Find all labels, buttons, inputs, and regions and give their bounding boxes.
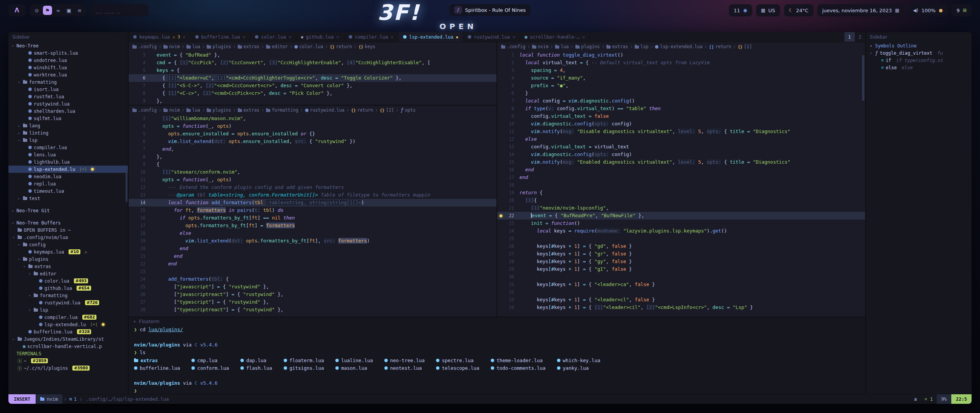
tree-item-editor[interactable]: ▾editor (8, 270, 128, 277)
code-line-2[interactable]: 2 local virtual_text = { -- Default virt… (497, 59, 865, 67)
tab-color-lua[interactable]: color.lua× (250, 32, 296, 42)
code-line-16[interactable]: 16 if opts.formatters_by_ft[ft] == nil t… (129, 214, 497, 222)
tree-item-isort-lua[interactable]: isort.lua (8, 86, 128, 93)
breadcrumb-item-return[interactable]: {}return (330, 44, 352, 49)
code-line-8[interactable]: 8 { [1]"<C-c>", [2]"<cmd>CccPick<cr>", d… (129, 89, 497, 97)
grid-icon[interactable]: ▣ (64, 6, 74, 15)
tab-lsp-extended-lua[interactable]: lsp-extended.lua● (399, 32, 463, 42)
breadcrumb-item-2[interactable]: {}[2] (380, 107, 394, 113)
floaterm-titlebar[interactable]: ▾ Floaterm (129, 317, 865, 326)
code-line-4[interactable]: 4 source = "if_many", (497, 74, 865, 82)
breadcrumb-item-lsp-extended-lua[interactable]: lsp-extended.lua (655, 44, 702, 49)
code-line-14[interactable]: 14 vim.diagnostic.config(opts: config) (497, 151, 865, 158)
tree-item-formatting[interactable]: ▾formatting (8, 78, 128, 86)
breadcrumb-item-rustywind-lua[interactable]: rustywind.lua (305, 107, 345, 113)
code-line-9[interactable]: 9 { (129, 161, 497, 168)
breadcrumb-item-lua[interactable]: lua (186, 44, 200, 49)
tab-keymaps-lua[interactable]: keymaps.lua⚠ 3× (129, 32, 191, 42)
code-line-9[interactable]: 9 config.virtual_text = false (497, 112, 865, 120)
breadcrumb-item-nvim[interactable]: nvim (163, 44, 180, 49)
tree-item-worktree-lua[interactable]: worktree.lua (8, 71, 128, 78)
code-line-7[interactable]: 7 { [1]"<S-C->", [2]"<cmd>CccConvert<cr>… (129, 82, 497, 89)
code-line-34[interactable]: 34 keys[#keys + 1] = { [1]"<leader>cil",… (497, 304, 865, 311)
code-line-19[interactable]: 19return { (497, 189, 865, 197)
code-line-6[interactable]: 6 vim.list_extend(dst: opts.ensure_insta… (129, 138, 497, 145)
code-line-28[interactable]: 28 keys[#keys + 1] = { "gy", false } (497, 258, 865, 265)
breadcrumb-item-return[interactable]: []return (709, 44, 731, 49)
date-pill[interactable]: jueves, noviembre 16, 2023 ▦ (817, 4, 904, 16)
weather-pill[interactable]: ☾ 24°C (784, 4, 813, 16)
code-line-4[interactable]: 4 cmd = { [1]"CccPick", [2]"CccConvert",… (129, 59, 497, 67)
code-line-13[interactable]: 13 config.virtual_text = virtual_text (497, 143, 865, 151)
breadcrumb-item-editor[interactable]: editor (266, 44, 288, 49)
tree-item-rustywind-lua[interactable]: rustywind.lua#726 (8, 299, 128, 306)
close-icon[interactable]: × (243, 34, 245, 40)
code-line-21[interactable]: 21 [1]"neovim/nvim-lspconfig", (497, 204, 865, 212)
statusline-cwd[interactable]: nvim (36, 394, 62, 404)
tab-bufferline-lua[interactable]: bufferline.lua× (191, 32, 250, 42)
breadcrumb-item-plugins[interactable]: plugins (207, 107, 231, 113)
link-icon[interactable]: ∞ (54, 6, 63, 15)
tree-item-github-lua[interactable]: github.lua#654 (8, 285, 128, 292)
code-line-5[interactable]: 5 prefix = "●", (497, 82, 865, 89)
breadcrumb-item-plugins[interactable]: plugins (207, 44, 231, 49)
tree-item-neodim-lua[interactable]: neodim.lua (8, 173, 128, 180)
code-line-8[interactable]: 8 if type(v: config.virtual_text) == "ta… (497, 105, 865, 112)
code-line-11[interactable]: 11 opts = function(_, opts) (129, 176, 497, 184)
tree-item-shellharden-lua[interactable]: shellharden.lua (8, 107, 128, 115)
breadcrumb-item-opts[interactable]: ƒopts (400, 107, 415, 113)
tree-item-linting[interactable]: ▸linting (8, 129, 128, 137)
code-line-14[interactable]: 14 local function add_formatters(tbl :ta… (129, 199, 497, 206)
tree-item-smart-splits-lua[interactable]: smart-splits.lua (8, 49, 128, 57)
breadcrumb-item-lsp[interactable]: lsp (635, 44, 648, 49)
tree-item-c-n-l-plugins[interactable]: ❯~/.c/n/l/plugins#3980 (8, 364, 128, 372)
code-line-15[interactable]: 15 for ft, formatters in pairs(t: tbl) d… (129, 206, 497, 214)
tree-item-config[interactable]: ▾config (8, 241, 128, 248)
code-line-6[interactable]: 6 { [1]"<leader>uC", [2]"<cmd>CccHighlig… (129, 74, 497, 82)
tree-item-lsp[interactable]: ▾lsp (8, 137, 128, 144)
tree-item-scrollbar-handle-vertical-p[interactable]: ▨scrollbar-handle-vertical.p (8, 343, 128, 350)
symbols-outline-header[interactable]: ▾ Symbols Outline (866, 42, 972, 49)
breadcrumb-item-nvim[interactable]: nvim (163, 107, 180, 113)
music-widget[interactable]: ♪ Spiritbox - Rule Of Nines (449, 4, 531, 16)
close-icon[interactable]: × (513, 34, 515, 40)
code-line-17[interactable]: 17 opts.formatters_by_ft[ft] = formatter… (129, 222, 497, 229)
breadcrumb-item-lua[interactable]: lua (555, 44, 569, 49)
code-line-22[interactable]: 22 event = { "BufReadPre", "BufNewFile" … (497, 212, 865, 220)
code-line-21[interactable]: 21 end (129, 252, 497, 260)
code-line-23[interactable]: 23 init = function() (497, 220, 865, 227)
code-line-11[interactable]: 11 vim.notify(msg: "Disable diagnostics … (497, 128, 865, 135)
code-line-7[interactable]: 7 end, (129, 145, 497, 153)
sidebar-scrollbar[interactable] (126, 170, 127, 202)
code-line-30[interactable]: 30 (497, 273, 865, 281)
code-line-4[interactable]: 4 opts = function(_, opts) (129, 122, 497, 130)
code-line-18[interactable]: 18 else (129, 229, 497, 237)
tab-rustywind-lua[interactable]: rustywind.lua× (463, 32, 520, 42)
tree-item-lightbulb-lua[interactable]: lightbulb.lua (8, 158, 128, 166)
tree-item-compiler-lua[interactable]: compiler.lua#682 (8, 314, 128, 321)
code-line-12[interactable]: 12 else (497, 135, 865, 143)
tree-item-lsp-extended-lu[interactable]: lsp-extended.lu[+] (8, 321, 128, 328)
breadcrumb-item-extras[interactable]: extras (238, 107, 260, 113)
section-header-neo-tree[interactable]: ▾Neo-Tree (8, 42, 128, 49)
workspace-pill[interactable]: 9 ⊞ (952, 4, 972, 16)
flag-icon[interactable]: ⚑ (43, 6, 52, 15)
breadcrumb-item-nvim[interactable]: nvim (532, 44, 549, 49)
volume-pill[interactable]: ◀) 100% ● (908, 4, 948, 16)
tree-item-rustfmt-lua[interactable]: rustfmt.lua (8, 93, 128, 100)
code-line-15[interactable]: 15 vim.notify(msg: "Enabled diagnostics … (497, 158, 865, 166)
tree-item-timeout-lua[interactable]: timeout.lua (8, 187, 128, 195)
tree-item-rustywind-lua[interactable]: rustywind.lua (8, 100, 128, 107)
code-line-12[interactable]: 12 --- Extend the conform plugin config … (129, 184, 497, 191)
floaterm-body[interactable]: ❯ cd lua/plugins/nvim/lua/plugins via ☾ … (129, 326, 865, 394)
tree-item-extras[interactable]: ▾extras (8, 263, 128, 270)
code-line-3[interactable]: 3 [1]"williamboman/mason.nvim", (129, 115, 497, 122)
close-icon[interactable]: × (183, 34, 185, 40)
outline-item-if[interactable]: ⊘ifif type(config.vi (866, 57, 972, 64)
code-line-26[interactable]: 26 ["javascriptreact"] = { "rustywind" }… (129, 291, 497, 298)
breadcrumb-item-lua[interactable]: lua (186, 107, 200, 113)
tree-item-item[interactable]: ❯~#2859 (8, 357, 128, 364)
tab-scrollbar-handle[interactable]: ▨scrollbar-handle-…× (520, 32, 590, 42)
code-line-26[interactable]: 26 keys[#keys + 1] = { "gd", false } (497, 242, 865, 250)
breadcrumb-item-keys[interactable]: {}keys (359, 44, 376, 49)
